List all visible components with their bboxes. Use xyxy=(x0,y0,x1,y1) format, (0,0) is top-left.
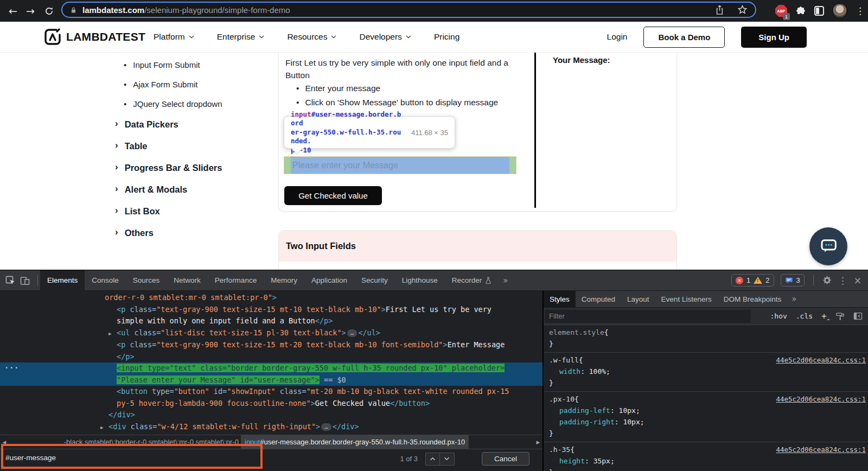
devtools-tab-memory[interactable]: Memory xyxy=(264,270,304,291)
style-rule[interactable]: .px-10 {44e5c2d06cea824c.css:1padding-le… xyxy=(544,391,868,442)
dom-tree-line[interactable]: ▶<ul class="list-disc text-size-15 pl-30… xyxy=(0,327,542,340)
dom-tree-line[interactable]: <button type="button" id="showInput" cla… xyxy=(0,386,542,398)
extensions-puzzle-icon[interactable] xyxy=(795,5,806,16)
sidebar-section[interactable]: ›Data Pickers xyxy=(115,113,222,135)
style-rule[interactable]: element.style {} xyxy=(544,325,868,352)
device-toolbar-icon[interactable] xyxy=(20,275,30,286)
login-link[interactable]: Login xyxy=(607,32,628,42)
collapsed-children-icon[interactable]: … xyxy=(347,329,358,337)
devtools-close-icon[interactable]: × xyxy=(854,275,861,286)
devtools-tab-recorder[interactable]: Recorder xyxy=(445,270,499,291)
more-tabs-icon[interactable]: » xyxy=(499,276,512,285)
devtools-tab-network[interactable]: Network xyxy=(167,270,208,291)
inspect-element-icon[interactable] xyxy=(5,275,16,286)
styles-tab-computed[interactable]: Computed xyxy=(576,291,621,308)
sidebar-section[interactable]: ›Others xyxy=(115,222,222,244)
stylesheet-source-link[interactable]: 44e5c2d06cea824c.css:1 xyxy=(776,354,866,366)
css-property[interactable]: width: 100%; xyxy=(549,366,866,377)
message-input-highlighted[interactable]: Please enter your Message xyxy=(284,156,516,174)
nav-item-developers[interactable]: Developers xyxy=(359,32,411,42)
reload-button[interactable] xyxy=(41,0,56,22)
rendering-emulation-icon[interactable] xyxy=(835,312,845,321)
get-checked-value-button[interactable]: Get Checked value xyxy=(284,186,382,205)
signup-button[interactable]: Sign Up xyxy=(741,27,807,48)
devtools-tab-elements[interactable]: Elements xyxy=(40,270,85,291)
dom-tree-line[interactable]: simple with only one input field and a B… xyxy=(0,315,542,327)
dom-tree-line[interactable]: <p class="text-gray-900 text-size-15 mt-… xyxy=(0,304,542,316)
book-demo-button[interactable]: Book a Demo xyxy=(643,27,725,48)
sidebar-section[interactable]: ›List Box xyxy=(115,200,222,222)
dom-search-input[interactable]: #user-message xyxy=(5,454,56,462)
devtools-tab-performance[interactable]: Performance xyxy=(208,270,264,291)
dom-tree-line[interactable]: <p class="text-gray-900 text-size-15 mt-… xyxy=(0,339,542,351)
breadcrumb-parent[interactable]: -black smtablet\:border-r-0 smtablet\:mr… xyxy=(9,435,241,449)
chevron-right-icon: › xyxy=(115,205,118,216)
chat-widget-button[interactable] xyxy=(809,227,847,265)
css-property[interactable]: height: 35px; xyxy=(549,455,866,467)
nav-item-pricing[interactable]: Pricing xyxy=(434,32,459,42)
stylesheet-source-link[interactable]: 44e5c2d06cea824c.css:1 xyxy=(776,444,866,455)
nav-item-resources[interactable]: Resources xyxy=(287,32,336,42)
expand-arrow-icon[interactable]: ▶ xyxy=(108,328,117,340)
nav-item-platform[interactable]: Platform xyxy=(154,32,194,42)
styles-more-tabs-icon[interactable]: » xyxy=(787,294,801,304)
back-button[interactable]: ← xyxy=(5,0,21,22)
styles-tab-layout[interactable]: Layout xyxy=(621,291,655,308)
two-input-fields-title: Two Input Fields xyxy=(286,241,356,251)
nav-item-enterprise[interactable]: Enterprise xyxy=(217,32,265,42)
devtools-tab-sources[interactable]: Sources xyxy=(126,270,167,291)
sidebar-section[interactable]: ›Table xyxy=(115,135,222,157)
collapsed-children-icon[interactable]: … xyxy=(321,423,331,431)
sidebar-toggle-icon[interactable] xyxy=(853,312,863,320)
url-bar[interactable]: lambdatest.com/selenium-playground/simpl… xyxy=(61,2,756,18)
styles-tab-dom-breakpoints[interactable]: DOM Breakpoints xyxy=(718,291,788,308)
stylesheet-source-link[interactable]: 44e5c2d06cea824c.css:1 xyxy=(776,393,866,405)
css-property[interactable]: padding-left: 10px; xyxy=(549,405,866,416)
adblock-extension-icon[interactable]: ABP 1 xyxy=(775,5,787,17)
dom-tree-line[interactable]: py-5 hover:bg-lambda-900 focus:outline-n… xyxy=(0,398,542,410)
sidebar-section[interactable]: ›Progress Bar & Sliders xyxy=(115,157,222,179)
errors-warnings-badge[interactable]: × 1 2 xyxy=(731,274,774,287)
styles-filter-input[interactable]: Filter xyxy=(545,310,751,323)
bookmark-star-icon[interactable] xyxy=(737,5,748,15)
dom-tree-line[interactable]: ▶<div class="w-4/12 smtablet:w-full rigt… xyxy=(0,421,542,434)
issues-badge[interactable]: 3 xyxy=(781,274,805,287)
toggle-class-button[interactable]: .cls xyxy=(796,312,813,320)
breadcrumb-scroll-left-icon[interactable]: ◀ xyxy=(0,440,9,445)
search-cancel-button[interactable]: Cancel xyxy=(482,452,529,466)
dom-tree-line[interactable]: order-r-0 smtablet:mr-0 smtablet:pr-0"> xyxy=(0,292,542,304)
devtools-tab-application[interactable]: Application xyxy=(304,270,354,291)
devtools-tab-security[interactable]: Security xyxy=(354,270,395,291)
sidebar-section[interactable]: ›Alert & Modals xyxy=(115,179,222,200)
sidebar-item[interactable]: •Ajax Form Submit xyxy=(124,74,222,94)
sidebar-item[interactable]: •Input Form Submit xyxy=(124,55,222,74)
styles-tab-styles[interactable]: Styles xyxy=(544,291,576,308)
settings-gear-icon[interactable] xyxy=(822,276,832,285)
line-options-dots[interactable]: ... xyxy=(4,360,19,372)
toggle-hover-state-button[interactable]: :hov xyxy=(770,312,787,320)
dom-tree-line[interactable]: ...<input type="text" class="border bord… xyxy=(0,362,542,374)
devtools-menu-icon[interactable]: ⋮ xyxy=(838,275,847,286)
share-icon[interactable] xyxy=(715,5,724,15)
search-next-button[interactable] xyxy=(440,453,455,466)
profile-avatar[interactable] xyxy=(832,3,847,18)
new-style-rule-button[interactable]: + xyxy=(821,311,827,322)
dom-tree-line[interactable]: </div> xyxy=(0,409,542,421)
sidebar-item[interactable]: •JQuery Select dropdown xyxy=(124,94,222,113)
search-previous-button[interactable] xyxy=(425,453,440,466)
style-rule[interactable]: .w-full {44e5c2d06cea824c.css:1width: 10… xyxy=(544,352,868,391)
devtools-tab-console[interactable]: Console xyxy=(85,270,126,291)
style-rule[interactable]: .h-35 {44e5c2d06cea824c.css:1height: 35p… xyxy=(544,442,868,471)
breadcrumb-selected[interactable]: input#user-message.border.border-gray-55… xyxy=(241,435,469,449)
forward-button[interactable]: → xyxy=(23,0,38,22)
tab-groups-icon[interactable] xyxy=(814,6,824,16)
dom-tree-line[interactable]: "Please enter your Message" id="user-mes… xyxy=(0,374,542,386)
css-property[interactable]: padding-right: 10px; xyxy=(549,416,866,428)
expand-arrow-icon[interactable]: ▶ xyxy=(100,422,108,434)
styles-tab-event-listeners[interactable]: Event Listeners xyxy=(655,291,718,308)
devtools-tab-lighthouse[interactable]: Lighthouse xyxy=(395,270,445,291)
browser-menu-icon[interactable]: ⋮ xyxy=(856,5,865,16)
breadcrumb-scroll-right-icon[interactable]: ▶ xyxy=(534,440,542,445)
lambdatest-logo[interactable]: LAMBDATEST xyxy=(43,28,145,46)
dom-tree-line[interactable]: </p> xyxy=(0,351,542,363)
